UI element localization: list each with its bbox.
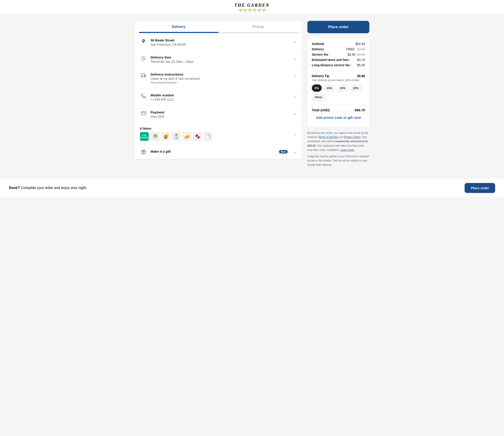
delivery-time-chevron-icon: ⌄ [293, 55, 297, 61]
taxes-info-icon[interactable]: › [350, 58, 351, 62]
subtotal-row: Subtotal $52.93 [312, 42, 365, 46]
tip-btn-10[interactable]: 10% [324, 84, 335, 92]
truck-icon [140, 73, 147, 78]
service-fee-original: $4.00 [357, 53, 365, 56]
address-content: 50 Beale Street San Francisco, CA 94105 [151, 38, 290, 46]
mobile-subtitle: +1 800 555 1212 [151, 98, 290, 101]
delivery-time-section[interactable]: Delivery time Tomorrow, Apr 26, 8am – 10… [135, 51, 302, 68]
address-chevron-icon: ⌄ [293, 38, 297, 44]
tip-header: Delivery Tip $5.88 [312, 74, 365, 78]
done-label: Done? [9, 186, 20, 190]
instructions-section[interactable]: Delivery Instructions Leave at my door i… [135, 68, 302, 89]
new-badge: New [279, 150, 288, 154]
tip-section: Delivery Tip $5.88 Your delivery person … [312, 71, 365, 101]
payment-subtitle: Visa 1525 [151, 115, 290, 118]
payment-chevron-icon: ⌄ [293, 110, 297, 116]
privacy-link[interactable]: Privacy Policy [344, 136, 360, 139]
gift-title: Make it a gift [151, 150, 171, 153]
svg-point-3 [144, 76, 145, 77]
payment-section[interactable]: Payment Visa 1525 ⌄ [135, 106, 302, 123]
right-panel: Place order Subtotal $52.93 Delivery FRE… [307, 21, 369, 167]
svg-rect-4 [141, 112, 146, 115]
gift-chevron-icon: ⌄ [293, 149, 297, 154]
total-row: Total (USD) $66.78 [312, 104, 365, 112]
legal-text-4: A bag fee may be added to your final tot… [307, 154, 369, 167]
delivery-time-content: Delivery time Tomorrow, Apr 26, 8am – 10… [151, 55, 290, 63]
delivery-time-subtitle: Tomorrow, Apr 26, 8am – 10am [151, 60, 290, 63]
store-badge: THEGARDEN [140, 132, 149, 141]
bottom-text: Done? Complete your order and enjoy your… [9, 186, 87, 190]
instructions-subtitle: Leave at my door if I am not around [151, 77, 290, 81]
long-distance-info-icon[interactable]: › [351, 64, 352, 67]
service-fee-info-icon[interactable]: › [329, 53, 330, 56]
flower-icon-3: 🌱 [248, 9, 252, 12]
payment-title: Payment [151, 110, 290, 114]
legal-text: By placing your order, you agree to be b… [307, 131, 369, 167]
tip-label: Delivery Tip [312, 74, 329, 78]
mobile-chevron-icon: ⌄ [293, 93, 297, 99]
address-subtitle: San Francisco, CA 94105 [151, 43, 290, 46]
delivery-value: FREE $3.99 [346, 47, 365, 51]
clock-icon [140, 55, 147, 61]
svg-rect-1 [141, 73, 144, 76]
terms-link[interactable]: Terms of Service [318, 136, 338, 139]
delivery-label: Delivery [312, 47, 324, 51]
place-order-bottom-button[interactable]: Place order [465, 183, 495, 193]
tab-pickup[interactable]: Pickup [218, 21, 298, 33]
svg-point-2 [142, 76, 143, 77]
page-content: Delivery Pickup 50 Beale Street San Fran… [130, 14, 374, 174]
long-distance-label: Long-distance service fee › [312, 63, 352, 67]
learn-more-link[interactable]: Learn more [340, 148, 354, 152]
mobile-content: Mobile number +1 800 555 1212 [151, 93, 290, 101]
item-img-5: 🍫 [193, 132, 202, 141]
taxes-row[interactable]: Estimated taxes and fees › $3.70 [312, 58, 365, 62]
flower-icon-6: 🌱 [262, 9, 266, 12]
long-distance-row[interactable]: Long-distance service fee › $5.00 [312, 63, 365, 67]
taxes-value: $3.70 [357, 58, 365, 62]
delivery-original: $3.99 [357, 47, 365, 51]
payment-content: Payment Visa 1525 [151, 110, 290, 118]
gift-icon [140, 149, 147, 154]
instructions-content: Delivery Instructions Leave at my door i… [151, 73, 290, 84]
legal-text-3: . Your statement will reflect the final … [307, 144, 364, 152]
place-order-button[interactable]: Place order [307, 21, 369, 33]
address-title: 50 Beale Street [151, 38, 290, 42]
delivery-free: FREE [346, 47, 355, 51]
service-fee-row[interactable]: Service fee › $2.50 $4.00 [312, 53, 365, 56]
gift-section[interactable]: Make it a gift New ⌄ [135, 145, 302, 159]
total-value: $66.78 [355, 108, 365, 112]
item-img-6: 🧻 [204, 132, 213, 141]
header: THE GARDEN 🌱 🌱 🌱 🌱 🌱 🌱 [0, 0, 504, 14]
service-fee-value: $2.50 $4.00 [348, 53, 365, 56]
flower-icon-5: 🌱 [257, 9, 261, 12]
item-img-2: 🍯 [161, 132, 170, 141]
tip-value: $5.88 [357, 74, 365, 78]
card-icon [140, 110, 147, 116]
long-distance-value: $5.00 [357, 63, 365, 67]
address-section[interactable]: 50 Beale Street San Francisco, CA 94105 … [135, 34, 302, 51]
location-icon [140, 38, 147, 44]
items-count: 6 items [140, 127, 291, 130]
promo-link[interactable]: Add promo code or gift card [312, 112, 365, 123]
items-section[interactable]: 6 items THEGARDEN 🥬 🍯 🫙 🧀 🍫 🧻 ⌄ [135, 123, 302, 145]
tip-btn-other[interactable]: Other [312, 93, 325, 101]
tip-btn-5[interactable]: 5% [312, 84, 322, 92]
items-thumbnails: THEGARDEN 🥬 🍯 🫙 🧀 🍫 🧻 [140, 132, 291, 141]
delivery-row: Delivery FREE $3.99 [312, 47, 365, 51]
tip-buttons: 5% 10% 15% 20% Other [312, 84, 365, 101]
instructions-chevron-icon: ⌄ [293, 73, 297, 78]
subtotal-value: $52.93 [355, 42, 365, 46]
tab-delivery[interactable]: Delivery [139, 21, 218, 33]
tip-btn-15[interactable]: 15% [337, 84, 348, 92]
tip-note: Your delivery person keeps 100% of tips. [312, 79, 365, 82]
flower-icon-4: 🌱 [252, 9, 256, 12]
mobile-section[interactable]: Mobile number +1 800 555 1212 ⌄ [135, 89, 302, 106]
tabs-container: Delivery Pickup [135, 21, 302, 33]
item-img-1: 🥬 [151, 132, 159, 141]
tip-btn-20[interactable]: 20% [350, 84, 362, 92]
item-img-4: 🧀 [182, 132, 191, 141]
service-fee-label: Service fee › [312, 53, 330, 56]
legal-and: and [338, 136, 344, 139]
items-content: 6 items THEGARDEN 🥬 🍯 🫙 🧀 🍫 🧻 [140, 127, 291, 141]
item-img-3: 🫙 [172, 132, 181, 141]
